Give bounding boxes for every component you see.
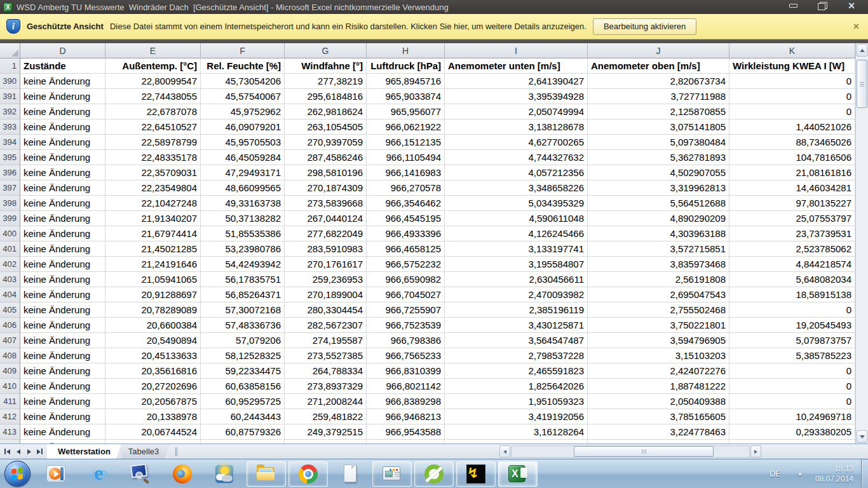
cell[interactable]: keine Änderung — [20, 180, 105, 196]
cell[interactable]: 3,16128264 — [445, 424, 588, 440]
cell[interactable]: keine Änderung — [20, 150, 105, 165]
cell[interactable]: 10,24969718 — [729, 409, 855, 424]
cell[interactable]: keine Änderung — [20, 257, 105, 272]
cell[interactable]: keine Änderung — [20, 363, 105, 379]
cell[interactable]: 0 — [729, 74, 855, 89]
cell[interactable]: 271,2008244 — [285, 394, 367, 409]
cell[interactable]: 966,8389298 — [367, 394, 445, 409]
cell[interactable]: 259,236953 — [285, 272, 367, 287]
show-desktop-button[interactable] — [861, 459, 868, 488]
column-title-cell[interactable]: Anemometer oben [m/s] — [588, 58, 729, 74]
cell[interactable]: 46,09079201 — [201, 119, 285, 135]
cell[interactable]: 270,9397059 — [285, 135, 367, 150]
sheet-tab-wetterstation[interactable]: Wetterstation — [47, 444, 121, 459]
cell[interactable]: 966,798386 — [367, 333, 445, 348]
cell[interactable]: 273,5527385 — [285, 348, 367, 363]
cell[interactable]: 49,33163738 — [201, 196, 285, 211]
cell[interactable]: 3,395394928 — [445, 89, 588, 104]
column-title-cell[interactable]: Zustände — [20, 58, 105, 74]
taskbar-button-screen-viewer[interactable] — [121, 461, 160, 487]
taskbar-button-document[interactable] — [330, 461, 370, 487]
cell[interactable]: 2,125870855 — [588, 104, 729, 119]
cell[interactable]: 270,1761617 — [285, 257, 367, 272]
cell[interactable]: 2,695047543 — [588, 287, 729, 302]
cell[interactable]: 21,24191646 — [105, 257, 201, 272]
row-number[interactable]: 408 — [0, 348, 20, 363]
cell[interactable]: 262,9818624 — [285, 104, 367, 119]
cell[interactable]: 0,293380205 — [729, 424, 855, 440]
cell[interactable]: 57,30072168 — [201, 302, 285, 318]
cell[interactable]: 2,424072276 — [588, 363, 729, 379]
cell[interactable]: 2,385196119 — [445, 302, 588, 318]
scroll-left-button[interactable] — [499, 445, 510, 458]
row-number[interactable]: 403 — [0, 272, 20, 287]
row-number[interactable]: 409 — [0, 363, 20, 379]
cell[interactable]: 22,80099547 — [105, 74, 201, 89]
cell[interactable]: 3,727711988 — [588, 89, 729, 104]
column-title-cell[interactable]: Windfahne [°] — [285, 58, 367, 74]
cell[interactable]: 3,348658226 — [445, 180, 588, 196]
cell[interactable]: 965,956077 — [367, 104, 445, 119]
cell[interactable]: 20,27202696 — [105, 379, 201, 394]
cell[interactable]: keine Änderung — [20, 226, 105, 241]
column-header-h[interactable]: H — [367, 43, 445, 58]
cell[interactable]: 3,075141805 — [588, 119, 729, 135]
cell[interactable]: 2,56191808 — [588, 272, 729, 287]
column-title-cell[interactable]: Außentemp. [°C] — [105, 58, 201, 74]
cell[interactable]: 0 — [729, 394, 855, 409]
cell[interactable]: 4,627700265 — [445, 135, 588, 150]
cell[interactable]: 3,594796905 — [588, 333, 729, 348]
cell[interactable]: 3,224778463 — [588, 424, 729, 440]
cell[interactable]: 19,20545493 — [729, 318, 855, 333]
sheet-tab-tabelle3[interactable]: Tabelle3 — [118, 444, 170, 459]
row-number[interactable]: 402 — [0, 257, 20, 272]
row-number[interactable]: 407 — [0, 333, 20, 348]
cell[interactable]: 277,6822049 — [285, 226, 367, 241]
row-number[interactable]: 412 — [0, 409, 20, 424]
vertical-scrollbar-thumb[interactable] — [857, 60, 867, 108]
cell[interactable]: 54,42493942 — [201, 257, 285, 272]
cell[interactable]: 966,7523539 — [367, 318, 445, 333]
cell[interactable]: keine Änderung — [20, 104, 105, 119]
horizontal-scrollbar-thumb[interactable] — [574, 446, 714, 457]
taskbar-button-media-player[interactable] — [37, 461, 76, 487]
taskbar-button-excel[interactable]: X — [498, 461, 538, 487]
taskbar-button-firefox[interactable] — [163, 461, 202, 487]
cell[interactable]: keine Änderung — [20, 318, 105, 333]
cell[interactable]: 0 — [729, 302, 855, 318]
cell[interactable]: 273,5839668 — [285, 196, 367, 211]
cell[interactable]: 1,951059323 — [445, 394, 588, 409]
cell[interactable]: 4,744327632 — [445, 150, 588, 165]
cell[interactable]: 5,564512688 — [588, 196, 729, 211]
column-header-f[interactable]: F — [201, 43, 285, 58]
cell[interactable]: 295,6184816 — [285, 89, 367, 104]
cell[interactable]: keine Änderung — [20, 379, 105, 394]
banner-close-icon[interactable] — [853, 21, 859, 32]
row-number[interactable]: 413 — [0, 424, 20, 440]
cell[interactable]: keine Änderung — [20, 135, 105, 150]
language-indicator[interactable]: DE — [767, 469, 783, 478]
cell[interactable]: 20,35616816 — [105, 363, 201, 379]
cell[interactable]: keine Änderung — [20, 241, 105, 257]
cell[interactable]: keine Änderung — [20, 119, 105, 135]
cell[interactable]: 97,80135227 — [729, 196, 855, 211]
cell[interactable]: 3,430125871 — [445, 318, 588, 333]
horizontal-scrollbar-track[interactable] — [511, 445, 750, 458]
cell[interactable]: 270,1899004 — [285, 287, 367, 302]
row-number[interactable]: 410 — [0, 379, 20, 394]
cell[interactable]: 5,034395329 — [445, 196, 588, 211]
cell[interactable]: 3,319962813 — [588, 180, 729, 196]
cell[interactable]: 966,7045027 — [367, 287, 445, 302]
cell[interactable]: 57,079206 — [201, 333, 285, 348]
cell[interactable]: 56,17835751 — [201, 272, 285, 287]
cell[interactable]: 4,502907055 — [588, 165, 729, 180]
cell[interactable]: 5,079873757 — [729, 333, 855, 348]
cell[interactable]: 966,7565233 — [367, 348, 445, 363]
cell[interactable]: 2,470093982 — [445, 287, 588, 302]
cell[interactable]: 966,8021142 — [367, 379, 445, 394]
taskbar-button-chrome[interactable] — [288, 461, 328, 487]
cell[interactable]: 57,48336736 — [201, 318, 285, 333]
cell[interactable]: 2,820673734 — [588, 74, 729, 89]
cell[interactable]: 2,523785062 — [729, 241, 855, 257]
cell[interactable]: 22,64510527 — [105, 119, 201, 135]
